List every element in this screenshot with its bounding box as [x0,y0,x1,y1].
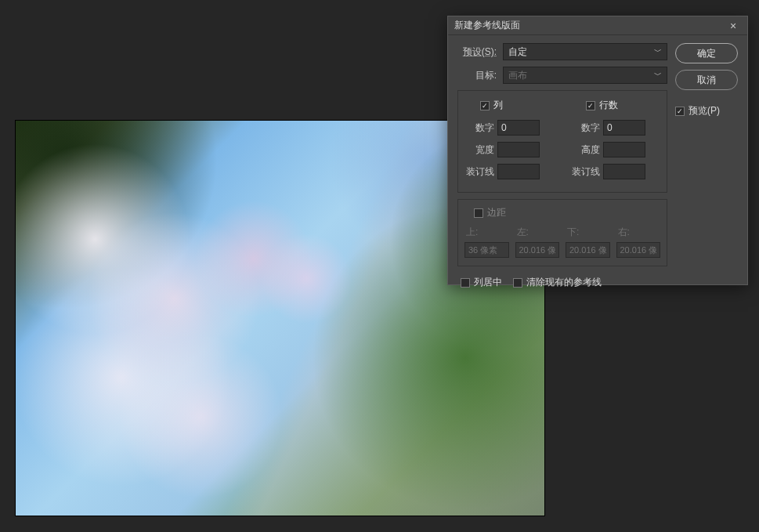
rows-gutter-label: 装订线 [570,165,600,179]
ok-button[interactable]: 确定 [675,43,738,63]
columns-header: 列 [493,99,503,112]
columns-rows-group: 列 数字 宽度 装订线 [457,90,667,193]
margin-bottom-label: 下: [566,226,610,239]
preset-value: 自定 [508,45,527,59]
rows-header: 行数 [599,99,618,112]
margin-left-input [515,242,560,258]
columns-width-input[interactable] [497,142,540,157]
cancel-button[interactable]: 取消 [675,70,738,90]
rows-height-input[interactable] [603,142,645,157]
new-guide-layout-dialog: 新建参考线版面 × 预设(S): 自定 ﹀ 目标: 画布 ﹀ [447,16,748,285]
columns-number-input[interactable] [497,120,540,136]
target-select[interactable]: 画布 ﹀ [503,67,667,84]
margin-top-label: 上: [464,226,509,239]
columns-checkbox[interactable] [480,101,490,110]
preview-checkbox[interactable] [675,107,685,116]
rows-number-label: 数字 [570,121,600,135]
columns-gutter-input[interactable] [497,164,540,179]
preset-label: 预设(S): [457,45,497,59]
center-columns-checkbox[interactable] [461,278,470,288]
preview-label: 预览(P) [689,104,720,118]
margin-right-label: 右: [616,226,661,239]
margin-bottom-input [566,242,610,258]
columns-number-label: 数字 [464,121,494,135]
chevron-down-icon: ﹀ [654,70,662,81]
center-columns-label: 列居中 [474,276,502,289]
dialog-title: 新建参考线版面 [454,19,725,32]
margin-right-input [616,242,661,258]
chevron-down-icon: ﹀ [654,46,662,57]
columns-gutter-label: 装订线 [464,165,494,179]
rows-checkbox[interactable] [586,101,595,110]
clear-guides-checkbox[interactable] [513,278,522,288]
columns-group: 列 数字 宽度 装订线 [464,99,555,186]
rows-group: 行数 数字 高度 装订线 [570,99,660,186]
margin-header: 边距 [487,206,506,219]
margin-group: 边距 上: 左: 下: 右: [457,199,667,266]
margin-checkbox[interactable] [474,208,483,218]
rows-height-label: 高度 [570,143,600,157]
margin-left-label: 左: [515,226,560,239]
preset-select[interactable]: 自定 ﹀ [503,43,667,60]
rows-number-input[interactable] [603,120,645,136]
close-icon[interactable]: × [725,20,741,32]
clear-guides-label: 清除现有的参考线 [526,276,602,289]
margin-top-input [464,242,509,258]
columns-width-label: 宽度 [464,143,494,157]
target-value: 画布 [508,69,527,82]
dialog-titlebar[interactable]: 新建参考线版面 × [448,16,747,35]
target-label: 目标: [457,69,497,82]
rows-gutter-input[interactable] [603,164,645,179]
